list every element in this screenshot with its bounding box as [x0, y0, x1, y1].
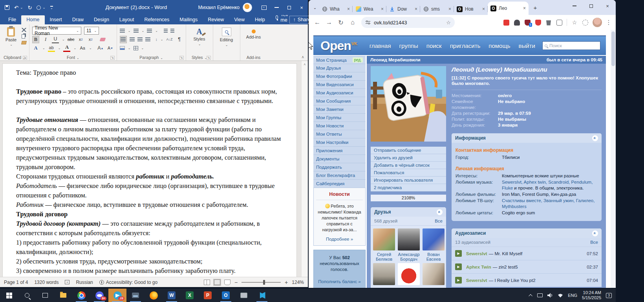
audio-artist-link[interactable]: Sewerslvt: [466, 278, 487, 283]
word-account-name[interactable]: Михаил Ерёменко: [198, 5, 240, 10]
extension-adblock-icon[interactable]: [533, 18, 543, 27]
borders-icon[interactable]: [134, 46, 138, 50]
sidebar-item[interactable]: Поддержать: [313, 163, 366, 171]
web-layout-icon[interactable]: [224, 280, 231, 285]
bookmark-star-icon[interactable]: ☆: [446, 20, 451, 26]
taskbar-clock[interactable]: 10:24 AM5/15/2025: [582, 290, 601, 300]
proofing-icon[interactable]: ×: [65, 280, 70, 284]
change-case-button[interactable]: Aa: [79, 44, 86, 52]
audios-all-link[interactable]: Все: [590, 240, 598, 245]
sidebar-item[interactable]: Моя Страница ред.: [313, 56, 366, 64]
profile-action-link[interactable]: Добавить в чёрный список: [371, 162, 446, 169]
sidebar-item[interactable]: Мои Друзья: [313, 64, 366, 72]
browser-maximize-button[interactable]: [583, 0, 599, 12]
site-settings-icon[interactable]: [365, 20, 371, 25]
nav-link[interactable]: выйти: [519, 42, 535, 49]
sidebar-item[interactable]: Документы: [313, 155, 366, 163]
profile-action-link[interactable]: 2 подписчика: [371, 184, 446, 192]
audio-track-row[interactable]: ▶ Sewerslvt — I Really Like You pt2 07:0…: [452, 274, 602, 287]
back-icon[interactable]: ←: [312, 17, 323, 28]
align-left-icon[interactable]: [120, 36, 127, 43]
openvk-logo[interactable]: OpenVK: [320, 39, 357, 53]
editing-button[interactable]: Editing⌄: [216, 26, 237, 47]
extension-shield-badge-icon[interactable]: 1: [523, 18, 532, 27]
news-more-link[interactable]: Подробнее »: [316, 237, 363, 241]
friend-card[interactable]: [373, 263, 395, 287]
align-right-icon[interactable]: [137, 37, 143, 42]
ribbon-tab[interactable]: Insert: [45, 15, 67, 24]
volume-icon[interactable]: [547, 293, 553, 298]
word-taskbar-button[interactable]: W: [163, 289, 181, 302]
openvk-search[interactable]: [542, 41, 600, 50]
profile-action-link[interactable]: Пожаловаться: [371, 169, 446, 177]
touch-keyboard-icon[interactable]: [537, 293, 543, 297]
line-spacing-icon[interactable]: ↕: [156, 37, 157, 42]
customize-qat-icon[interactable]: ⌄: [50, 6, 53, 9]
collapse-ribbon-icon[interactable]: ˄: [302, 55, 304, 59]
nav-link[interactable]: главная: [370, 42, 391, 49]
text-effects-button[interactable]: A: [32, 44, 39, 52]
word-close-button[interactable]: ×: [295, 0, 308, 15]
save-icon[interactable]: [5, 5, 9, 10]
friends-all-link[interactable]: Все: [435, 219, 443, 223]
zoom-out-icon[interactable]: −: [234, 279, 238, 285]
ribbon-tab[interactable]: View: [229, 15, 250, 24]
start-button[interactable]: [0, 289, 18, 302]
accessibility-status[interactable]: Accessibility: Good to go: [99, 280, 157, 285]
ribbon-tab[interactable]: Help: [250, 15, 270, 24]
friend-card[interactable]: [398, 263, 420, 287]
paragraph-dialog-launcher[interactable]: ↘: [179, 56, 184, 60]
document-page[interactable]: Тема: Трудовое право Трудовое право – эт…: [2, 63, 297, 277]
styles-dialog-launcher[interactable]: ↘: [207, 56, 211, 60]
audio-artist-link[interactable]: Aphex Twin: [466, 265, 491, 269]
profile-action-link[interactable]: Удалить из друзей: [371, 154, 446, 162]
touch-mode-dropdown-icon[interactable]: ⌄: [42, 6, 46, 9]
format-painter-icon[interactable]: [21, 41, 27, 44]
extension-trash-icon[interactable]: [544, 18, 553, 27]
sort-icon[interactable]: A↓Z: [166, 36, 173, 43]
underline-button[interactable]: U: [52, 36, 59, 43]
touch-mode-icon[interactable]: [37, 6, 41, 10]
language-indicator[interactable]: Russian: [76, 280, 93, 285]
font-size-combo[interactable]: 11⌄: [84, 27, 99, 35]
collapse-icon[interactable]: «: [592, 230, 598, 236]
extension-box-icon[interactable]: [554, 18, 564, 27]
clear-formatting-icon[interactable]: [99, 38, 106, 41]
extension-incognito-icon[interactable]: [512, 18, 521, 27]
sidebar-item[interactable]: Мои Настройки: [313, 138, 366, 147]
browser-tab[interactable]: Dow×: [386, 3, 420, 15]
tab-close-icon[interactable]: ×: [381, 6, 384, 12]
styles-button[interactable]: A Styles⌄: [189, 26, 210, 46]
tool-taskbar-button[interactable]: [126, 289, 145, 302]
browser-tab[interactable]: sms×: [420, 3, 454, 15]
friend-photo[interactable]: [373, 228, 395, 250]
profile-status[interactable]: [11:32] С прошлого своего тусича тут мал…: [452, 75, 602, 90]
friend-card[interactable]: ВованЕвсеев: [423, 228, 445, 261]
word-account-avatar[interactable]: [243, 3, 252, 12]
nav-link[interactable]: поиск: [426, 42, 442, 49]
friend-card[interactable]: СергейБеляков: [373, 228, 395, 261]
increase-indent-icon[interactable]: [170, 29, 174, 33]
tray-expand-icon[interactable]: [529, 294, 532, 298]
numbering-icon[interactable]: [134, 29, 139, 33]
tab-close-icon[interactable]: ×: [415, 6, 417, 12]
powerpoint-taskbar-button[interactable]: P: [199, 289, 217, 302]
task-view-button[interactable]: [36, 289, 54, 302]
friend-photo[interactable]: [373, 263, 395, 285]
nav-link[interactable]: пригласить: [450, 42, 481, 49]
ribbon-tab[interactable]: Layout: [114, 15, 139, 24]
chrome-taskbar-button[interactable]: [72, 289, 90, 302]
play-icon[interactable]: ▶: [455, 250, 462, 257]
sidebar-item[interactable]: Мои Сообщения: [313, 97, 366, 105]
ribbon-display-options-button[interactable]: ^: [258, 0, 270, 15]
strikethrough-button[interactable]: abc: [68, 36, 75, 43]
friend-photo[interactable]: [398, 263, 420, 285]
topup-balance-link[interactable]: Пополнить баланс »: [317, 279, 362, 285]
ribbon-tab[interactable]: Design: [89, 15, 114, 24]
ribbon-tab[interactable]: File: [3, 15, 21, 24]
ribbon-tab[interactable]: Home: [21, 15, 44, 24]
bullets-icon[interactable]: [120, 29, 125, 33]
document-area[interactable]: Тема: Трудовое право Трудовое право – эт…: [0, 61, 308, 277]
italic-button[interactable]: I: [42, 36, 49, 43]
new-tab-button[interactable]: +: [530, 4, 540, 11]
